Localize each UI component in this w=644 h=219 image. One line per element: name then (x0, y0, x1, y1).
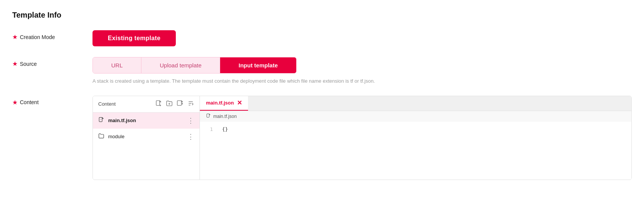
required-star-content: ★ (12, 99, 18, 106)
creation-mode-row: ★ Creation Mode Existing template (12, 30, 632, 46)
folder-item-menu-module[interactable]: ⋮ (187, 132, 194, 141)
svg-rect-0 (156, 100, 160, 105)
content-row: ★ Content Content (12, 96, 632, 180)
source-row: ★ Source URL Upload template Input templ… (12, 57, 632, 85)
folder-item-module[interactable]: module ⋮ (93, 129, 200, 145)
new-folder-icon[interactable] (166, 100, 173, 108)
required-star-source: ★ (12, 60, 18, 67)
file-item-name-main: main.tf.json (108, 118, 183, 123)
source-hint: A stack is created using a template. The… (92, 77, 632, 85)
page-container: Template Info ★ Creation Mode Existing t… (0, 0, 644, 201)
file-panel-title: Content (98, 101, 151, 107)
source-label: ★ Source (12, 57, 92, 67)
file-item-menu-main[interactable]: ⋮ (187, 116, 194, 125)
editor-panel: main.tf.json ✕ (200, 96, 631, 180)
new-file-icon[interactable] (155, 100, 162, 108)
editor-filename: main.tf.json (213, 114, 237, 119)
content-label: ★ Content (12, 96, 92, 106)
editor-tab-main[interactable]: main.tf.json ✕ (200, 96, 248, 111)
page-title: Template Info (12, 11, 632, 20)
file-item-main-tf-json[interactable]: main.tf.json ⋮ (93, 113, 200, 129)
creation-mode-content: Existing template (92, 30, 632, 46)
creation-mode-label: ★ Creation Mode (12, 30, 92, 41)
file-panel-header: Content (93, 96, 200, 113)
content-editor: Content (92, 96, 632, 180)
export-icon[interactable] (177, 100, 183, 108)
editor-tab-label: main.tf.json (206, 100, 234, 106)
content-editor-wrapper: Content (92, 96, 632, 180)
editor-file-icon (206, 113, 211, 119)
editor-tab-bar: main.tf.json ✕ (200, 96, 631, 111)
editor-filename-bar: main.tf.json (200, 111, 631, 122)
folder-icon (98, 133, 104, 140)
source-input-button[interactable]: Input template (220, 57, 296, 73)
source-upload-button[interactable]: Upload template (141, 57, 220, 73)
source-content: URL Upload template Input template A sta… (92, 57, 632, 85)
editor-code[interactable]: {} (219, 125, 631, 177)
file-icon (98, 117, 104, 124)
editor-code-area[interactable]: 1 {} (200, 122, 631, 180)
svg-rect-14 (207, 114, 209, 117)
editor-inner: main.tf.json 1 {} (200, 111, 631, 180)
svg-rect-6 (177, 100, 182, 105)
editor-tab-close-icon[interactable]: ✕ (237, 100, 242, 106)
source-url-button[interactable]: URL (93, 57, 141, 73)
existing-template-button[interactable]: Existing template (92, 30, 176, 46)
folder-item-name-module: module (108, 134, 183, 139)
editor-line-numbers: 1 (200, 125, 219, 177)
collapse-icon[interactable] (187, 100, 194, 108)
required-star-creation: ★ (12, 33, 18, 41)
source-toggle-group: URL Upload template Input template (92, 57, 297, 74)
file-panel: Content (93, 96, 200, 180)
